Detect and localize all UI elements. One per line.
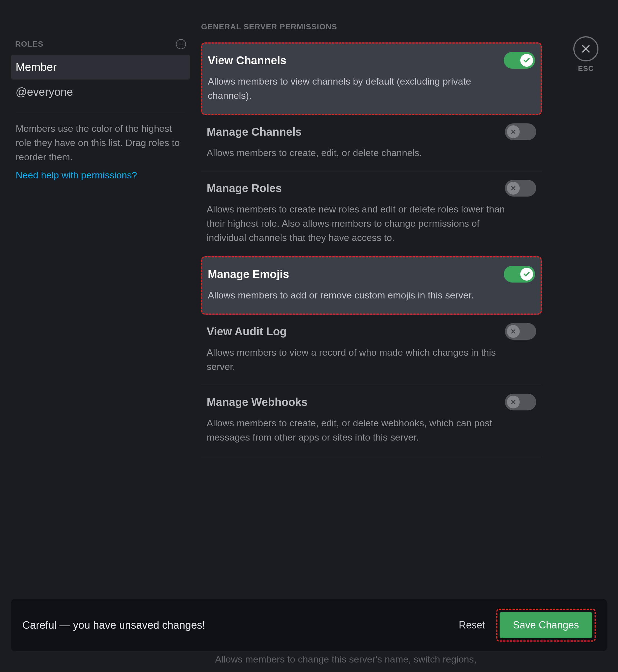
permissions-list: View ChannelsAllows members to view chan… bbox=[201, 42, 542, 456]
roles-list: Member@everyone bbox=[11, 55, 190, 104]
x-icon bbox=[507, 325, 520, 338]
x-icon bbox=[507, 182, 520, 195]
permission-manage-channels: Manage ChannelsAllows members to create,… bbox=[201, 115, 542, 172]
unsaved-changes-bar: Careful — you have unsaved changes! Rese… bbox=[11, 599, 607, 651]
roles-header: ROLES bbox=[15, 40, 43, 48]
permission-toggle-manage-emojis[interactable] bbox=[504, 266, 535, 283]
check-icon bbox=[520, 268, 533, 281]
x-icon bbox=[507, 396, 520, 409]
main-panel: GENERAL SERVER PERMISSIONS View Channels… bbox=[201, 22, 542, 456]
permission-title: Manage Webhooks bbox=[207, 396, 308, 409]
close-button[interactable] bbox=[573, 36, 599, 62]
role-item-member[interactable]: Member bbox=[11, 55, 190, 80]
permission-desc: Allows members to add or remove custom e… bbox=[208, 288, 509, 302]
add-role-icon[interactable] bbox=[176, 39, 186, 49]
permission-view-audit-log: View Audit LogAllows members to view a r… bbox=[201, 315, 542, 385]
permission-desc: Allows members to create new roles and e… bbox=[207, 202, 508, 245]
permission-toggle-manage-roles[interactable] bbox=[505, 180, 536, 197]
role-label: Member bbox=[16, 61, 57, 73]
manage-server-desc-partial: Allows members to change this server's n… bbox=[215, 652, 477, 666]
permission-title: Manage Roles bbox=[207, 182, 282, 195]
permission-desc: Allows members to create, edit, or delet… bbox=[207, 416, 508, 444]
permission-title: Manage Emojis bbox=[208, 268, 289, 281]
x-icon bbox=[507, 125, 520, 138]
role-label: @everyone bbox=[16, 86, 73, 98]
permission-desc: Allows members to view channels by defau… bbox=[208, 74, 509, 103]
save-button-highlight: Save Changes bbox=[496, 608, 596, 642]
section-header: GENERAL SERVER PERMISSIONS bbox=[201, 22, 542, 31]
sidebar: ROLES Member@everyone Members use the co… bbox=[11, 22, 190, 456]
save-changes-button[interactable]: Save Changes bbox=[500, 612, 592, 638]
permission-toggle-view-audit-log[interactable] bbox=[505, 323, 536, 340]
reset-button[interactable]: Reset bbox=[459, 619, 485, 631]
permission-view-channels: View ChannelsAllows members to view chan… bbox=[201, 42, 542, 115]
role-item-everyone[interactable]: @everyone bbox=[11, 80, 190, 104]
check-icon bbox=[520, 54, 533, 67]
permission-toggle-view-channels[interactable] bbox=[504, 52, 535, 69]
sidebar-help-text: Members use the color of the highest rol… bbox=[11, 121, 190, 164]
permissions-help-link[interactable]: Need help with permissions? bbox=[11, 164, 190, 186]
permission-toggle-manage-channels[interactable] bbox=[505, 123, 536, 140]
permission-title: View Channels bbox=[208, 54, 287, 67]
permission-title: View Audit Log bbox=[207, 325, 287, 338]
close-label: ESC bbox=[573, 64, 599, 73]
permission-desc: Allows members to view a record of who m… bbox=[207, 345, 508, 374]
permission-desc: Allows members to create, edit, or delet… bbox=[207, 146, 508, 160]
permission-manage-emojis: Manage EmojisAllows members to add or re… bbox=[201, 256, 542, 315]
divider bbox=[16, 113, 185, 113]
permission-manage-roles: Manage RolesAllows members to create new… bbox=[201, 172, 542, 256]
unsaved-message: Careful — you have unsaved changes! bbox=[22, 619, 448, 631]
permission-manage-webhooks: Manage WebhooksAllows members to create,… bbox=[201, 385, 542, 456]
close-panel: ESC bbox=[573, 36, 599, 73]
permission-title: Manage Channels bbox=[207, 126, 302, 138]
permission-toggle-manage-webhooks[interactable] bbox=[505, 394, 536, 411]
